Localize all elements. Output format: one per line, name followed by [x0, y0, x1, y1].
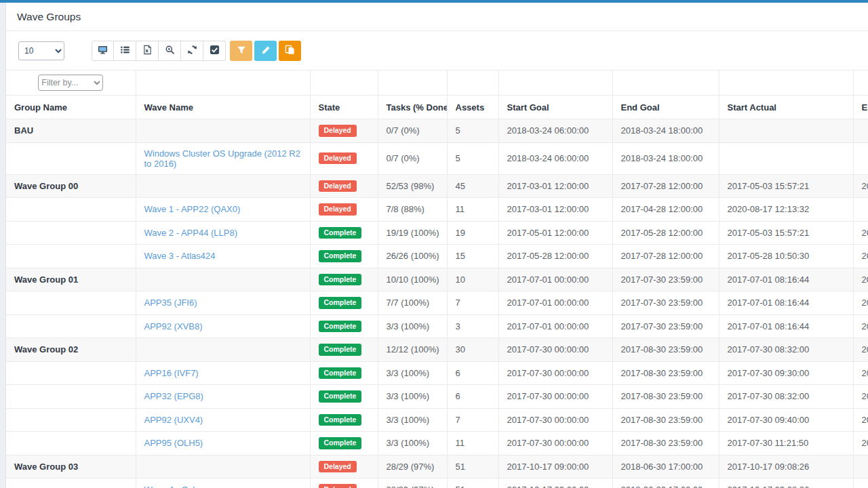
zoom-in-button[interactable]	[159, 41, 181, 61]
end-actual-cell: 201	[853, 432, 868, 455]
start-goal-cell: 2017-10-17 09:00:00	[498, 479, 612, 488]
assets-cell: 5	[447, 142, 498, 174]
start-actual-cell: 2017-07-30 09:40:00	[719, 408, 853, 432]
status-badge: Complete	[319, 321, 362, 333]
refresh-button[interactable]	[181, 41, 203, 61]
wave-name-link[interactable]: APP95 (OLH5)	[144, 438, 203, 448]
assets-cell: 6	[447, 361, 498, 385]
state-cell: Delayed	[310, 479, 378, 488]
table-row: APP95 (OLH5)Complete3/3 (100%)112017-07-…	[6, 432, 868, 455]
status-badge: Complete	[319, 390, 362, 403]
column-header-state[interactable]: State	[310, 96, 378, 119]
assets-cell: 19	[447, 221, 498, 245]
pencil-button[interactable]	[254, 41, 277, 61]
filter-icon	[237, 45, 246, 57]
column-header-wave-name[interactable]: Wave Name	[136, 96, 310, 119]
tasks-cell: 52/53 (98%)	[378, 174, 447, 198]
wave-name-link[interactable]: APP32 (EPG8)	[144, 391, 203, 401]
state-cell: Delayed	[310, 174, 378, 198]
start-actual-cell	[719, 142, 853, 174]
end-actual-cell: 201	[853, 245, 868, 268]
group-name-cell	[6, 245, 136, 268]
start-goal-cell: 2017-07-30 00:00:00	[498, 385, 612, 409]
wave-name-link[interactable]: APP35 (JFI6)	[144, 298, 197, 308]
group-name-cell	[6, 291, 136, 315]
status-badge: Delayed	[319, 203, 357, 216]
table-row: APP16 (IVF7)Complete3/3 (100%)62017-07-3…	[6, 361, 868, 385]
column-header-tasks-done[interactable]: Tasks (% Done)	[378, 96, 447, 119]
end-actual-cell: 201	[853, 385, 868, 409]
wave-name-link[interactable]: Wave 3 - Atlas424	[144, 251, 216, 261]
toolbar-action-buttons	[230, 41, 301, 61]
monitor-icon	[98, 45, 108, 57]
group-name-cell	[6, 408, 136, 432]
start-goal-cell: 2017-05-01 12:00:00	[498, 221, 612, 245]
start-actual-cell: 2020-08-17 12:13:32	[719, 198, 853, 222]
group-name-cell: Wave Group 01	[6, 268, 136, 291]
column-header-start-actual[interactable]: Start Actual	[719, 96, 853, 119]
wave-name-cell	[136, 268, 310, 291]
state-cell: Complete	[310, 338, 378, 362]
column-header-assets[interactable]: Assets	[447, 96, 498, 119]
column-header-start-goal[interactable]: Start Goal	[498, 96, 612, 119]
wave-name-cell: Windows Cluster OS Upgrade (2012 R2 to 2…	[136, 142, 310, 174]
tasks-cell: 3/3 (100%)	[378, 432, 447, 455]
table-row: Windows Cluster OS Upgrade (2012 R2 to 2…	[6, 142, 868, 174]
end-actual-cell	[853, 455, 868, 479]
start-actual-cell: 2017-10-17 09:08:26	[719, 479, 853, 488]
wave-name-link[interactable]: Wave 1 - APP22 (QAX0)	[144, 204, 241, 214]
state-cell: Delayed	[310, 142, 378, 174]
group-name-cell: Wave Group 03	[6, 455, 136, 479]
column-header-end-goal[interactable]: End Goal	[612, 96, 719, 119]
end-actual-cell: 201	[853, 268, 868, 291]
filter-cell	[310, 70, 378, 96]
wave-name-link[interactable]: Wave 2 - APP44 (LLP8)	[144, 228, 238, 238]
group-name-cell	[6, 479, 136, 488]
status-badge: Complete	[319, 367, 362, 380]
assets-cell: 3	[447, 314, 498, 338]
status-badge: Complete	[319, 227, 362, 239]
copy-button[interactable]	[279, 41, 301, 61]
start-goal-cell: 2017-07-01 00:00:00	[498, 268, 612, 291]
end-goal-cell: 2018-03-24 18:00:00	[612, 119, 719, 143]
wave-name-link[interactable]: APP92 (UXV4)	[144, 415, 203, 425]
wave-name-link[interactable]: Wave 4 - Calypso	[144, 485, 214, 488]
tasks-cell: 28/29 (97%)	[378, 479, 447, 488]
wave-name-cell	[136, 455, 310, 479]
column-header-end-actual[interactable]: End Actual	[853, 96, 868, 119]
group-name-cell	[6, 198, 136, 222]
filter-cell	[447, 70, 498, 96]
excel-export-button[interactable]	[136, 41, 159, 61]
end-actual-cell	[853, 142, 868, 174]
list-button[interactable]	[114, 41, 136, 61]
assets-cell: 10	[447, 268, 498, 291]
wave-name-link[interactable]: APP16 (IVF7)	[144, 368, 199, 378]
list-icon	[120, 45, 130, 57]
start-goal-cell: 2018-03-24 06:00:00	[498, 119, 612, 143]
filter-cell	[498, 70, 612, 96]
wave-name-cell: Wave 3 - Atlas424	[136, 245, 310, 268]
excel-export-icon	[142, 45, 153, 57]
filter-button[interactable]	[230, 41, 252, 61]
wave-name-cell: Wave 2 - APP44 (LLP8)	[136, 221, 310, 245]
filter-by-select[interactable]: Filter by...	[38, 75, 103, 91]
assets-cell: 11	[447, 432, 498, 455]
filter-cell	[378, 70, 447, 96]
group-name-cell: Wave Group 00	[6, 174, 136, 198]
monitor-button[interactable]	[92, 41, 114, 61]
wave-name-link[interactable]: Windows Cluster OS Upgrade (2012 R2 to 2…	[144, 148, 301, 169]
assets-cell: 11	[447, 198, 498, 222]
page-size-select[interactable]: 10	[18, 41, 64, 60]
end-actual-cell: 201	[853, 291, 868, 315]
end-actual-cell	[853, 198, 868, 222]
check-square-button[interactable]	[203, 41, 226, 61]
status-badge: Complete	[319, 297, 362, 309]
filter-cell	[853, 70, 868, 96]
wave-name-cell: APP16 (IVF7)	[136, 361, 310, 385]
start-goal-cell: 2017-07-30 00:00:00	[498, 338, 612, 362]
wave-name-link[interactable]: APP92 (XVB8)	[144, 321, 203, 331]
column-header-group-name[interactable]: Group Name	[6, 96, 136, 119]
start-goal-cell: 2018-03-24 06:00:00	[498, 142, 612, 174]
assets-cell: 51	[447, 479, 498, 488]
start-goal-cell: 2017-10-17 09:00:00	[498, 455, 612, 479]
